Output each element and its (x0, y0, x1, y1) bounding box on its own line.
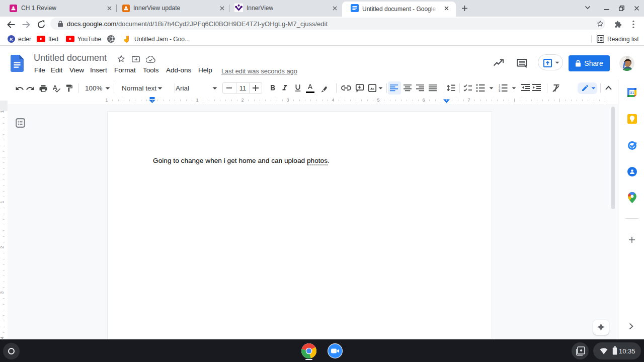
svg-text:K: K (10, 36, 14, 42)
svg-text:31: 31 (630, 90, 634, 95)
svg-text:3: 3 (499, 89, 501, 92)
